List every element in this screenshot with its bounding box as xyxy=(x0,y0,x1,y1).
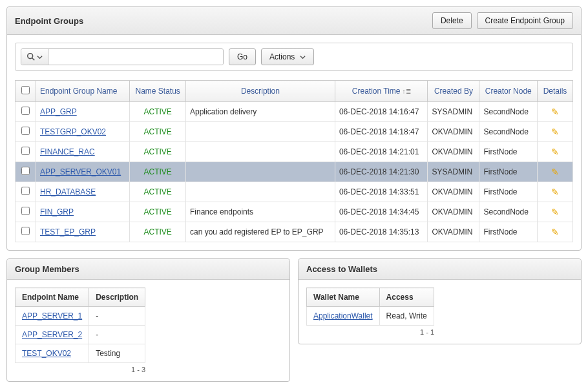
edit-icon[interactable]: ✎ xyxy=(551,187,559,197)
member-desc: - xyxy=(89,326,145,344)
group-members-panel: Group Members Endpoint Name Description … xyxy=(6,258,290,382)
endpoint-group-link[interactable]: FINANCE_RAC xyxy=(40,147,95,156)
actions-menu-button[interactable]: Actions xyxy=(261,48,314,65)
svg-line-1 xyxy=(32,58,35,61)
endpoint-link[interactable]: APP_SERVER_1 xyxy=(22,311,82,320)
row-cby: OKVADMIN xyxy=(428,202,479,222)
row-cby: SYSADMIN xyxy=(428,102,479,122)
row-cnode: FirstNode xyxy=(479,162,538,182)
wallet-link[interactable]: ApplicationWallet xyxy=(313,311,373,320)
wallets-col-access[interactable]: Access xyxy=(379,288,434,307)
row-ctime: 06-DEC-2018 14:34:45 xyxy=(335,202,427,222)
endpoint-link[interactable]: TEST_OKV02 xyxy=(22,349,71,358)
group-members-table: Endpoint Name Description APP_SERVER_1-A… xyxy=(15,288,145,363)
endpoint-group-link[interactable]: TEST_EP_GRP xyxy=(40,227,96,236)
table-row[interactable]: FIN_GRPACTIVEFinance endpoints06-DEC-201… xyxy=(16,202,573,222)
row-cnode: SecondNode xyxy=(479,102,538,122)
edit-icon[interactable]: ✎ xyxy=(551,207,559,217)
endpoint-group-link[interactable]: FIN_GRP xyxy=(40,207,74,216)
edit-icon[interactable]: ✎ xyxy=(551,167,559,177)
row-cby: OKVADMIN xyxy=(428,142,479,162)
status-badge: ACTIVE xyxy=(143,187,171,196)
row-checkbox[interactable] xyxy=(21,147,30,155)
go-button[interactable]: Go xyxy=(229,48,256,65)
wallets-col-name[interactable]: Wallet Name xyxy=(307,288,380,307)
page-title: Endpoint Groups xyxy=(15,16,83,26)
row-desc xyxy=(185,142,335,162)
wallets-table: Wallet Name Access ApplicationWalletRead… xyxy=(306,288,434,326)
status-badge: ACTIVE xyxy=(143,127,171,136)
col-name[interactable]: Endpoint Group Name xyxy=(36,81,130,102)
endpoint-group-link[interactable]: APP_SERVER_OKV01 xyxy=(40,167,121,176)
row-cnode: FirstNode xyxy=(479,142,538,162)
row-desc xyxy=(185,162,335,182)
group-members-title: Group Members xyxy=(15,264,79,274)
members-range: 1 - 3 xyxy=(15,366,145,373)
search-input[interactable] xyxy=(48,49,223,65)
status-badge: ACTIVE xyxy=(143,207,171,216)
list-item: APP_SERVER_1- xyxy=(16,307,145,326)
row-cby: OKVADMIN xyxy=(428,222,479,242)
row-ctime: 06-DEC-2018 14:21:30 xyxy=(335,162,427,182)
row-cnode: SecondNode xyxy=(479,202,538,222)
endpoint-groups-panel: Endpoint Groups Delete Create Endpoint G… xyxy=(6,6,582,251)
col-details[interactable]: Details xyxy=(538,81,573,102)
search-column-dropdown[interactable] xyxy=(21,49,48,65)
row-cby: OKVADMIN xyxy=(428,122,479,142)
wallets-range: 1 - 1 xyxy=(306,328,434,336)
col-cnode[interactable]: Creator Node xyxy=(479,81,538,102)
edit-icon[interactable]: ✎ xyxy=(551,147,559,157)
edit-icon[interactable]: ✎ xyxy=(551,227,559,237)
table-row[interactable]: HR_DATABASEACTIVE06-DEC-2018 14:33:51OKV… xyxy=(16,182,573,202)
status-badge: ACTIVE xyxy=(143,167,171,176)
row-ctime: 06-DEC-2018 14:35:13 xyxy=(335,222,427,242)
row-desc xyxy=(185,122,335,142)
search-toolbar: Go Actions xyxy=(15,43,573,71)
edit-icon[interactable]: ✎ xyxy=(551,107,559,117)
delete-button[interactable]: Delete xyxy=(432,12,472,29)
endpoint-group-link[interactable]: HR_DATABASE xyxy=(40,187,96,196)
status-badge: ACTIVE xyxy=(143,147,171,156)
row-checkbox[interactable] xyxy=(21,187,30,195)
row-desc: Application delivery xyxy=(185,102,335,122)
col-status[interactable]: Name Status xyxy=(130,81,186,102)
member-desc: - xyxy=(89,307,145,326)
row-checkbox[interactable] xyxy=(21,167,30,175)
endpoint-group-link[interactable]: TESTGRP_OKV02 xyxy=(40,127,106,136)
wallet-access: Read, Write xyxy=(379,307,434,326)
chevron-down-icon xyxy=(300,54,306,60)
col-desc[interactable]: Description xyxy=(185,81,335,102)
members-col-desc[interactable]: Description xyxy=(89,288,145,307)
list-item: APP_SERVER_2- xyxy=(16,326,145,344)
table-row[interactable]: APP_GRPACTIVEApplication delivery06-DEC-… xyxy=(16,102,573,122)
panel-header: Endpoint Groups Delete Create Endpoint G… xyxy=(7,7,581,35)
row-checkbox[interactable] xyxy=(21,107,30,115)
create-endpoint-group-button[interactable]: Create Endpoint Group xyxy=(477,12,573,29)
table-row[interactable]: FINANCE_RACACTIVE06-DEC-2018 14:21:01OKV… xyxy=(16,142,573,162)
endpoint-groups-table: Endpoint Group Name Name Status Descript… xyxy=(15,80,573,242)
list-item: ApplicationWalletRead, Write xyxy=(307,307,434,326)
row-ctime: 06-DEC-2018 14:33:51 xyxy=(335,182,427,202)
table-row[interactable]: TESTGRP_OKV02ACTIVE06-DEC-2018 14:18:47O… xyxy=(16,122,573,142)
edit-icon[interactable]: ✎ xyxy=(551,127,559,137)
row-cnode: FirstNode xyxy=(479,182,538,202)
search-icon xyxy=(26,52,36,61)
table-row[interactable]: APP_SERVER_OKV01ACTIVE06-DEC-2018 14:21:… xyxy=(16,162,573,182)
member-desc: Testing xyxy=(89,344,145,363)
col-ctime[interactable]: Creation Time↑≣ xyxy=(335,81,427,102)
endpoint-group-link[interactable]: APP_GRP xyxy=(40,107,77,116)
members-col-name[interactable]: Endpoint Name xyxy=(16,288,89,307)
row-checkbox[interactable] xyxy=(21,127,30,135)
col-cby[interactable]: Created By xyxy=(428,81,479,102)
access-wallets-panel: Access to Wallets Wallet Name Access App… xyxy=(298,258,582,344)
row-ctime: 06-DEC-2018 14:16:47 xyxy=(335,102,427,122)
table-row[interactable]: TEST_EP_GRPACTIVEcan you add registered … xyxy=(16,222,573,242)
chevron-down-icon xyxy=(37,54,43,60)
row-desc xyxy=(185,182,335,202)
row-ctime: 06-DEC-2018 14:21:01 xyxy=(335,142,427,162)
row-desc: Finance endpoints xyxy=(185,202,335,222)
select-all-checkbox[interactable] xyxy=(21,86,30,94)
endpoint-link[interactable]: APP_SERVER_2 xyxy=(22,330,82,339)
row-checkbox[interactable] xyxy=(21,227,30,235)
row-checkbox[interactable] xyxy=(21,207,30,215)
